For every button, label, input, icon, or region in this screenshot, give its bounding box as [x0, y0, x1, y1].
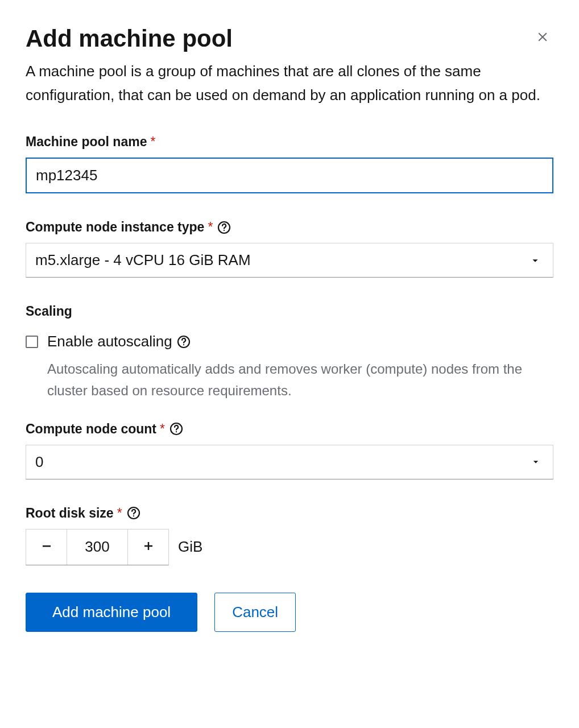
machine-pool-name-input[interactable] — [26, 158, 553, 193]
stepper-minus-button[interactable] — [26, 530, 67, 565]
dialog-description: A machine pool is a group of machines th… — [26, 60, 553, 107]
node-count-label-text: Compute node count — [26, 421, 156, 437]
required-asterisk: * — [160, 421, 165, 437]
svg-point-7 — [133, 515, 134, 516]
svg-rect-10 — [147, 542, 149, 550]
svg-rect-8 — [43, 545, 51, 547]
minus-icon — [40, 536, 53, 557]
instance-type-group: Compute node instance type * m5.xlarge -… — [26, 220, 553, 278]
enable-autoscaling-label[interactable]: Enable autoscaling — [47, 333, 191, 350]
root-disk-unit: GiB — [178, 538, 202, 556]
help-icon[interactable] — [217, 221, 231, 234]
caret-down-icon — [530, 456, 541, 468]
root-disk-group: Root disk size * 300 GiB — [26, 506, 553, 565]
svg-point-3 — [183, 344, 184, 345]
node-count-label: Compute node count * — [26, 421, 553, 437]
instance-type-select[interactable]: m5.xlarge - 4 vCPU 16 GiB RAM — [26, 243, 553, 278]
root-disk-label: Root disk size * — [26, 506, 553, 521]
enable-autoscaling-label-text: Enable autoscaling — [47, 333, 172, 350]
help-icon[interactable] — [127, 506, 140, 520]
machine-pool-name-group: Machine pool name * — [26, 134, 553, 193]
required-asterisk: * — [208, 220, 213, 235]
add-machine-pool-button[interactable]: Add machine pool — [26, 593, 197, 632]
node-count-select[interactable]: 0 — [26, 445, 553, 479]
node-count-group: Compute node count * 0 — [26, 421, 553, 479]
node-count-value: 0 — [35, 453, 43, 471]
instance-type-label: Compute node instance type * — [26, 220, 553, 235]
cancel-button[interactable]: Cancel — [214, 593, 296, 632]
plus-icon — [142, 536, 155, 557]
instance-type-value: m5.xlarge - 4 vCPU 16 GiB RAM — [35, 251, 251, 269]
svg-point-5 — [176, 431, 177, 432]
svg-point-1 — [224, 230, 225, 231]
dialog-title: Add machine pool — [26, 26, 233, 52]
root-disk-label-text: Root disk size — [26, 506, 114, 521]
root-disk-value[interactable]: 300 — [67, 530, 127, 565]
close-button[interactable] — [532, 26, 553, 51]
instance-type-label-text: Compute node instance type — [26, 220, 204, 235]
scaling-section: Scaling Enable autoscaling Autoscaling a… — [26, 304, 553, 400]
root-disk-stepper: 300 — [26, 529, 169, 565]
close-icon — [535, 28, 550, 48]
machine-pool-name-label: Machine pool name * — [26, 134, 553, 150]
scaling-heading: Scaling — [26, 304, 553, 319]
enable-autoscaling-description: Autoscaling automatically adds and remov… — [47, 358, 553, 400]
machine-pool-name-label-text: Machine pool name — [26, 134, 147, 150]
help-icon[interactable] — [177, 335, 191, 349]
caret-down-icon — [529, 254, 541, 267]
required-asterisk: * — [117, 506, 122, 521]
help-icon[interactable] — [169, 422, 183, 436]
enable-autoscaling-checkbox[interactable] — [26, 336, 38, 348]
required-asterisk: * — [150, 134, 155, 150]
stepper-plus-button[interactable] — [127, 530, 168, 565]
